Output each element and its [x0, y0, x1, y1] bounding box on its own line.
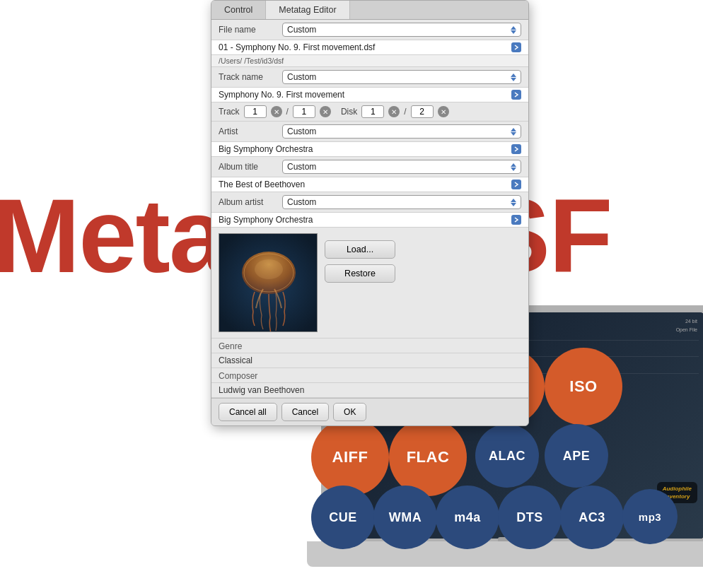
file-dir-value: /Users/ /Test/id3/dsf [219, 57, 284, 65]
badge-cue: CUE [311, 486, 375, 549]
track-disk-row: Track ✕ / ✕ Disk ✕ / ✕ [211, 102, 528, 122]
arrow-up-icon [511, 199, 516, 202]
ok-button[interactable]: OK [333, 403, 366, 421]
album-artist-value-arrow[interactable] [511, 215, 521, 225]
album-title-name-value: The Best of Beethoven [219, 180, 305, 189]
disk-total-input[interactable] [411, 105, 434, 118]
album-title-row: Album title Custom [211, 157, 528, 177]
track-num-clear[interactable]: ✕ [271, 106, 282, 117]
album-title-select[interactable]: Custom [282, 160, 521, 174]
badge-wma: WMA [373, 486, 437, 549]
track-value-row: Symphony No. 9. First movement [211, 88, 528, 102]
arrow-down-icon [511, 132, 516, 136]
metatag-dialog: Control Metatag Editor File name Custom … [211, 0, 529, 426]
track-name-arrows [511, 74, 516, 81]
file-dir-row: /Users/ /Test/id3/dsf [211, 55, 528, 67]
file-name-arrows [511, 26, 516, 34]
file-path-value: 01 - Symphony No. 9. First movement.dsf [219, 42, 375, 52]
album-artist-name-value: Big Symphony Orchestra [219, 215, 313, 225]
disk-total-clear[interactable]: ✕ [438, 106, 449, 117]
disk-num-input[interactable] [361, 105, 384, 118]
album-artist-value-row: Big Symphony Orchestra [211, 213, 528, 228]
album-artist-label: Album artist [219, 197, 282, 207]
artist-label: Artist [219, 127, 282, 136]
artist-row: Artist Custom [211, 122, 528, 142]
album-title-value-row: The Best of Beethoven [211, 177, 528, 192]
file-path-row: 01 - Symphony No. 9. First movement.dsf [211, 40, 528, 55]
dialog-body: File name Custom 01 - Symphony No. 9. Fi… [211, 20, 528, 425]
track-value: Symphony No. 9. First movement [219, 90, 344, 100]
badge-flac: FLAC [389, 418, 467, 496]
track-name-select-value: Custom [287, 72, 316, 82]
artist-arrows [511, 128, 516, 136]
composer-value: Ludwig van Beethoven [211, 383, 528, 398]
album-artist-select-value: Custom [287, 197, 316, 207]
tab-metatag-editor[interactable]: Metatag Editor [266, 1, 349, 19]
album-title-label: Album title [219, 162, 282, 172]
tab-control[interactable]: Control [211, 1, 266, 19]
artist-select[interactable]: Custom [282, 124, 521, 139]
file-name-select[interactable]: Custom [282, 23, 521, 37]
album-artist-select[interactable]: Custom [282, 195, 521, 209]
genre-value: Classical [211, 353, 528, 368]
arrow-up-icon [511, 26, 516, 30]
album-title-value-arrow[interactable] [511, 180, 521, 189]
open-file: Open File [676, 327, 697, 334]
dialog-tabs: Control Metatag Editor [211, 1, 528, 20]
file-name-row: File name Custom [211, 20, 528, 40]
artist-name-value: Big Symphony Orchestra [219, 144, 313, 154]
track-name-select[interactable]: Custom [282, 70, 521, 84]
file-path-arrow[interactable] [511, 42, 521, 52]
badge-iso: ISO [545, 348, 622, 425]
artwork-buttons: Load... Restore [325, 233, 395, 332]
disk-label: Disk [341, 107, 357, 117]
arrow-down-icon [511, 203, 516, 206]
cancel-all-button[interactable]: Cancel all [219, 403, 277, 421]
arrow-up-icon [511, 74, 516, 77]
genre-label: Genre [211, 339, 528, 353]
composer-label: Composer [211, 368, 528, 383]
bit-depth: 24 bit [685, 318, 697, 325]
artist-value-row: Big Symphony Orchestra [211, 142, 528, 157]
artist-select-value: Custom [287, 127, 316, 136]
track-num-input[interactable] [244, 105, 267, 118]
track-label: Track [219, 107, 240, 117]
album-artist-arrows [511, 199, 516, 206]
cancel-button[interactable]: Cancel [281, 403, 329, 421]
arrow-down-icon [511, 78, 516, 81]
track-total-clear[interactable]: ✕ [320, 106, 331, 117]
track-value-arrow[interactable] [511, 90, 521, 100]
load-button[interactable]: Load... [325, 240, 395, 259]
badge-aiff: AIFF [311, 418, 389, 496]
album-artist-row: Album artist Custom [211, 192, 528, 213]
album-title-select-value: Custom [287, 162, 316, 172]
track-name-label: Track name [219, 72, 282, 82]
file-name-select-value: Custom [287, 25, 316, 35]
file-name-label: File name [219, 25, 282, 35]
arrow-up-icon [511, 128, 516, 131]
badge-m4a: m4a [436, 486, 499, 549]
track-total-input[interactable] [293, 105, 315, 118]
restore-button[interactable]: Restore [325, 264, 395, 283]
svg-point-3 [255, 259, 283, 279]
badge-mp3: mp3 [622, 489, 678, 544]
artwork-box [219, 233, 318, 332]
badge-ape: APE [545, 424, 608, 488]
arrow-up-icon [511, 163, 516, 167]
artwork-row: Load... Restore [211, 228, 528, 339]
disk-num-clear[interactable]: ✕ [388, 106, 400, 117]
badge-dts: DTS [498, 486, 562, 549]
badge-alac: ALAC [475, 424, 539, 488]
track-name-row: Track name Custom [211, 67, 528, 88]
album-title-arrows [511, 163, 516, 171]
badge-ac3: AC3 [560, 486, 624, 549]
bottom-bar: Cancel all Cancel OK [211, 398, 528, 425]
arrow-down-icon [511, 167, 516, 171]
arrow-down-icon [511, 30, 516, 34]
artist-value-arrow[interactable] [511, 144, 521, 154]
